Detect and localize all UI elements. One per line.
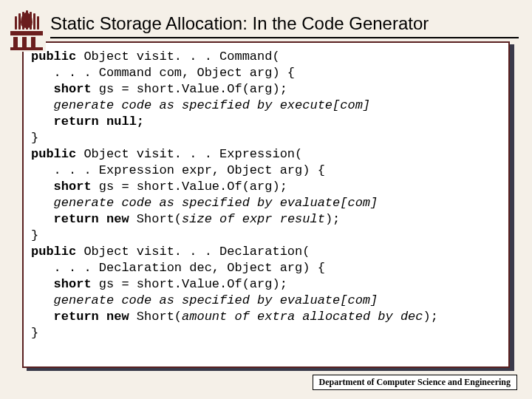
code-text: gs = short.Value.Of(arg); <box>92 277 287 291</box>
slide-title: Static Storage Allocation: In the Code G… <box>50 13 519 37</box>
code-italic: size of expr result <box>182 212 325 226</box>
footer-label: Department of Computer Science and Engin… <box>313 375 517 390</box>
code-text <box>31 180 54 194</box>
code-content: public Object visit. . . Command( . . . … <box>31 49 501 341</box>
code-text: } <box>31 131 38 145</box>
code-text: Object visit. . . Expression( <box>76 147 302 161</box>
code-text: gs = short.Value.Of(arg); <box>92 82 287 96</box>
code-text: ); <box>325 212 340 226</box>
code-kw: public <box>31 147 76 161</box>
code-text: Object visit. . . Declaration( <box>76 245 310 259</box>
code-text <box>31 82 54 96</box>
code-italic: amount of extra allocated by dec <box>182 310 423 324</box>
svg-rect-7 <box>37 16 39 30</box>
svg-rect-9 <box>13 37 18 47</box>
slide-title-area: Static Storage Allocation: In the Code G… <box>50 13 519 38</box>
code-italic: generate code as specified by evaluate[c… <box>31 293 378 307</box>
code-text: . . . Command com, Object arg) { <box>31 66 295 80</box>
code-text: } <box>31 228 38 242</box>
code-text: gs = short.Value.Of(arg); <box>92 180 287 194</box>
code-kw: return new <box>54 310 129 324</box>
svg-rect-3 <box>22 12 24 30</box>
code-kw: short <box>54 82 92 96</box>
code-kw: return null; <box>54 115 144 129</box>
code-text: Short( <box>129 212 182 226</box>
code-kw: return new <box>54 212 129 226</box>
code-text: ); <box>423 310 438 324</box>
svg-rect-2 <box>18 13 21 30</box>
code-text <box>31 277 54 291</box>
code-text <box>31 115 54 129</box>
code-text: } <box>31 326 38 340</box>
svg-rect-12 <box>10 47 43 50</box>
code-box: public Object visit. . . Command( . . . … <box>22 41 510 368</box>
university-logo <box>7 9 46 52</box>
code-italic: generate code as specified by execute[co… <box>31 98 370 112</box>
code-text: Object visit. . . Command( <box>76 50 279 64</box>
code-text <box>31 310 54 324</box>
svg-rect-11 <box>31 37 35 47</box>
svg-rect-5 <box>30 12 32 30</box>
svg-rect-10 <box>22 37 27 47</box>
svg-rect-8 <box>10 31 43 35</box>
code-kw: public <box>31 245 76 259</box>
code-text: . . . Declaration dec, Object arg) { <box>31 261 325 275</box>
code-kw: short <box>54 180 92 194</box>
code-kw: short <box>54 277 92 291</box>
svg-rect-1 <box>15 16 17 30</box>
code-italic: generate code as specified by evaluate[c… <box>31 196 378 210</box>
svg-rect-6 <box>33 13 35 30</box>
code-text: . . . Expression expr, Object arg) { <box>31 163 325 177</box>
svg-rect-4 <box>26 10 28 30</box>
title-underline <box>50 37 519 38</box>
code-text: Short( <box>129 310 182 324</box>
code-text <box>31 212 54 226</box>
